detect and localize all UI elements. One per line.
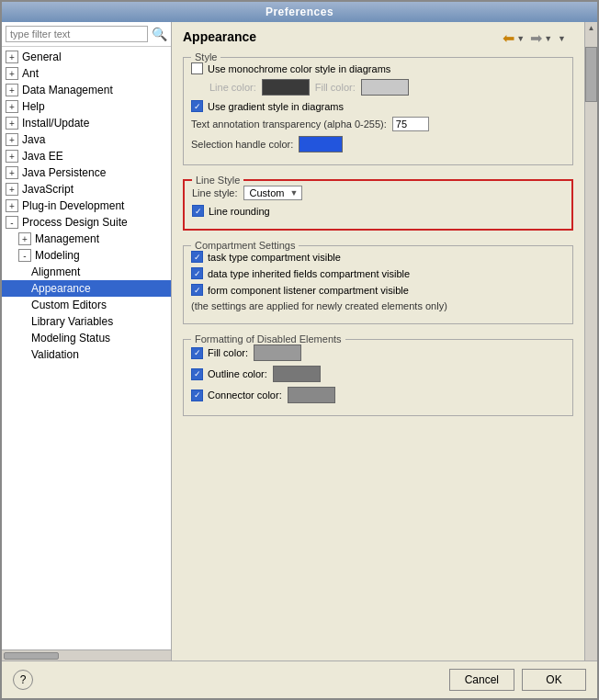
line-rounding-checkbox[interactable] <box>192 205 204 217</box>
monochrome-checkbox[interactable] <box>191 62 203 74</box>
sidebar-item-modeling-status[interactable]: Modeling Status <box>2 330 171 346</box>
transparency-input[interactable] <box>392 117 429 131</box>
sidebar-item-java[interactable]: + Java <box>2 131 171 148</box>
sidebar-item-label: Library Variables <box>31 315 113 328</box>
sidebar-item-appearance[interactable]: Appearance <box>2 280 171 297</box>
filter-input[interactable] <box>6 26 148 42</box>
gradient-checkbox-wrap[interactable]: Use gradient style in diagrams <box>191 100 344 112</box>
vertical-scrollbar[interactable]: ▲ <box>584 22 597 660</box>
line-color-label: Line color: <box>209 82 256 93</box>
scroll-thumb-h[interactable] <box>4 652 59 660</box>
compartment-checkbox-2[interactable] <box>191 284 203 296</box>
help-icon: ? <box>20 673 27 686</box>
compartment-label-1: data type inherited fields compartment v… <box>208 268 410 279</box>
chevron-down-icon: ▼ <box>288 188 300 198</box>
forward-button[interactable]: ➡ <box>530 29 542 47</box>
formatting-checkbox-1[interactable] <box>191 368 203 380</box>
expander-icon: + <box>6 150 18 163</box>
sidebar-item-custom-editors[interactable]: Custom Editors <box>2 297 171 313</box>
scroll-thumb[interactable] <box>585 47 597 102</box>
transparency-label: Text annotation transparency (alpha 0-25… <box>191 119 387 130</box>
sidebar-item-plugin-development[interactable]: + Plug-in Development <box>2 198 171 214</box>
formatting-label-2: Connector color: <box>208 390 282 401</box>
back-dropdown-button[interactable]: ▼ <box>516 34 525 43</box>
sidebar-item-label: Modeling Status <box>31 332 110 344</box>
sidebar-item-validation[interactable]: Validation <box>2 346 171 363</box>
selection-color-row: Selection handle color: <box>191 136 565 152</box>
line-rounding-checkbox-wrap[interactable]: Line rounding <box>192 205 270 217</box>
compartment-legend: Compartment Settings <box>191 240 299 251</box>
outline-disabled-swatch[interactable] <box>273 366 321 382</box>
sidebar-item-label: Java <box>22 133 45 146</box>
formatting-section: Formatting of Disabled Elements Fill col… <box>183 333 573 416</box>
sidebar-item-label: Ant <box>22 67 39 80</box>
sidebar-item-javascript[interactable]: + JavaScript <box>2 181 171 198</box>
expander-icon: - <box>6 216 18 229</box>
sidebar-item-data-management[interactable]: + Data Management <box>2 82 171 98</box>
line-style-label: Line style: <box>192 187 238 198</box>
fill-disabled-swatch[interactable] <box>254 344 301 361</box>
formatting-checkbox-wrap-0[interactable]: Fill color: <box>191 347 248 359</box>
compartment-checkbox-0[interactable] <box>191 251 203 263</box>
fill-color-swatch[interactable] <box>361 79 409 96</box>
horizontal-scrollbar[interactable] <box>2 649 171 660</box>
menu-dropdown-button[interactable]: ▼ <box>558 34 566 43</box>
line-style-select[interactable]: Custom ▼ <box>243 186 303 200</box>
fill-color-label: Fill color: <box>315 82 356 93</box>
ok-button[interactable]: OK <box>522 669 586 691</box>
sidebar-item-help[interactable]: + Help <box>2 98 171 115</box>
connector-disabled-swatch[interactable] <box>288 387 335 403</box>
preferences-dialog: Preferences 🔍 + General + Ant <box>0 0 599 700</box>
cancel-button[interactable]: Cancel <box>449 669 514 691</box>
sidebar-item-process-design-suite[interactable]: - Process Design Suite <box>2 214 171 231</box>
selection-handle-swatch[interactable] <box>299 136 343 152</box>
scroll-up-arrow[interactable]: ▲ <box>585 22 597 34</box>
sidebar-item-label: Plug-in Development <box>22 199 124 212</box>
formatting-checkbox-2[interactable] <box>191 390 203 401</box>
monochrome-checkbox-wrap[interactable]: Use monochrome color style in diagrams <box>191 62 390 74</box>
expander-icon: + <box>6 51 18 63</box>
formatting-checkbox-wrap-1[interactable]: Outline color: <box>191 368 267 380</box>
filter-icon: 🔍 <box>152 27 167 41</box>
help-button[interactable]: ? <box>13 670 33 690</box>
line-color-swatch[interactable] <box>262 79 310 96</box>
style-legend: Style <box>191 51 220 62</box>
sidebar-item-alignment[interactable]: Alignment <box>2 264 171 280</box>
dialog-title: Preferences <box>266 6 333 18</box>
monochrome-label: Use monochrome color style in diagrams <box>208 63 390 74</box>
line-rounding-label: Line rounding <box>209 206 270 217</box>
expander-icon: + <box>18 232 31 245</box>
formatting-checkbox-wrap-2[interactable]: Connector color: <box>191 390 282 401</box>
sidebar-item-modeling[interactable]: - Modeling <box>2 247 171 264</box>
color-row: Line color: Fill color: <box>191 79 565 96</box>
formatting-row-1: Outline color: <box>191 366 565 382</box>
sidebar-item-java-persistence[interactable]: + Java Persistence <box>2 164 171 181</box>
toolbar: ⬅ ▼ ➡ ▼ ▼ <box>503 29 566 47</box>
sidebar-item-install-update[interactable]: + Install/Update <box>2 115 171 131</box>
back-button[interactable]: ⬅ <box>503 29 514 47</box>
expander-icon: + <box>6 84 18 96</box>
sidebar-item-label: Alignment <box>31 265 80 278</box>
compartment-checkbox-wrap-0[interactable]: task type compartment visible <box>191 251 341 263</box>
sidebar-item-ant[interactable]: + Ant <box>2 65 171 82</box>
gradient-checkbox[interactable] <box>191 100 203 112</box>
line-rounding-row: Line rounding <box>192 205 564 217</box>
content-area: 🔍 + General + Ant + Data Management <box>2 22 597 660</box>
gradient-label: Use gradient style in diagrams <box>208 101 344 112</box>
forward-dropdown-button[interactable]: ▼ <box>544 34 552 43</box>
formatting-checkbox-0[interactable] <box>191 347 203 359</box>
compartment-note: (the settings are applied for newly crea… <box>191 300 447 311</box>
formatting-label-0: Fill color: <box>208 347 248 358</box>
sidebar-item-management[interactable]: + Management <box>2 231 171 247</box>
compartment-checkbox-wrap-1[interactable]: data type inherited fields compartment v… <box>191 267 410 279</box>
compartment-checkbox-wrap-2[interactable]: form component listener compartment visi… <box>191 284 409 296</box>
sidebar-item-java-ee[interactable]: + Java EE <box>2 148 171 164</box>
sidebar-item-label: Appearance <box>31 282 91 295</box>
compartment-checkbox-1[interactable] <box>191 267 203 279</box>
title-bar: Preferences <box>2 2 597 22</box>
expander-icon: + <box>6 183 18 196</box>
sidebar-item-general[interactable]: + General <box>2 49 171 65</box>
sidebar-item-library-variables[interactable]: Library Variables <box>2 313 171 330</box>
left-panel: 🔍 + General + Ant + Data Management <box>2 22 172 660</box>
sidebar-item-label: Help <box>22 100 45 113</box>
